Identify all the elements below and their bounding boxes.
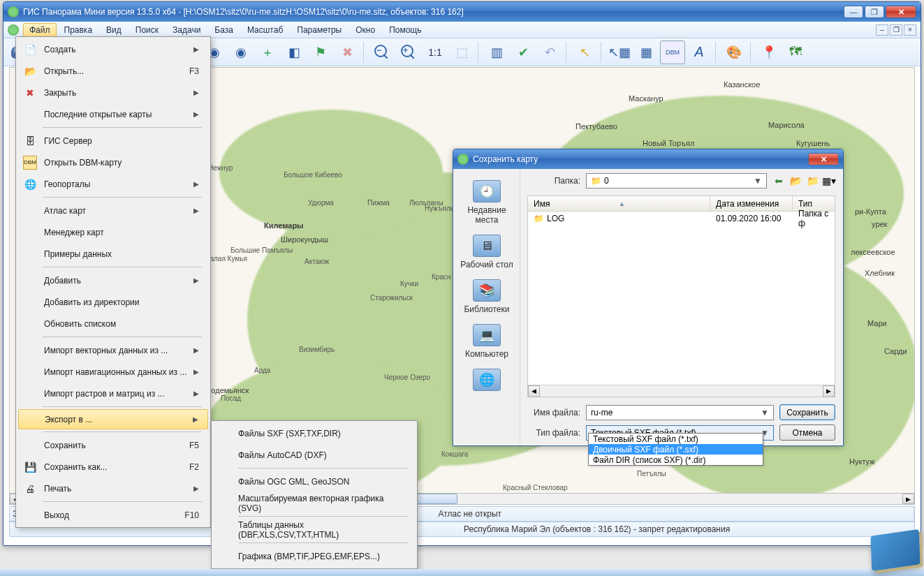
col-date[interactable]: Дата изменения [710, 196, 793, 211]
filetype-option-sxf[interactable]: Двоичный SXF файл (*.sxf) [589, 444, 763, 455]
minimize-button[interactable]: — [844, 6, 863, 18]
select-rect-icon[interactable]: ⬚ [449, 40, 474, 64]
hscroll-right-arrow-icon[interactable]: ▶ [823, 385, 835, 397]
menu-add[interactable]: Добавить▶ [17, 269, 209, 291]
up-folder-icon[interactable]: 📂 [789, 175, 802, 187]
menu-close[interactable]: ✖Закрыть▶ [17, 82, 209, 103]
dbm-small-icon: DBM [23, 156, 37, 170]
place-computer[interactable]: 💻Компьютер [457, 321, 516, 362]
close-button[interactable]: ✕ [886, 6, 916, 18]
save-dialog-close-button[interactable]: ✕ [808, 153, 839, 165]
place-libraries[interactable]: 📚Библиотеки [457, 276, 516, 317]
export-ogc[interactable]: Файлы OGC GML, GeoJSON [213, 471, 416, 492]
menu-options[interactable]: Параметры [291, 23, 348, 37]
view-mode-icon[interactable]: ▦▾ [823, 175, 835, 187]
save-dialog-titlebar[interactable]: Сохранить карту ✕ [453, 149, 843, 169]
map-pin-icon[interactable]: 🗺 [783, 40, 808, 64]
menu-import-raster[interactable]: Импорт растров и матриц из ...▶ [17, 383, 209, 404]
pin-icon[interactable]: 📍 [756, 40, 782, 64]
cursor-icon[interactable]: ↖ [572, 40, 597, 64]
grid-icon[interactable]: ▦ [633, 40, 659, 64]
export-graphics[interactable]: Графика (BMP,TIF,JPEG,EMF,EPS...) [213, 545, 416, 567]
hscroll-left-arrow-icon[interactable]: ◀ [528, 385, 540, 397]
menu-atlas[interactable]: Атлас карт▶ [17, 200, 209, 221]
save-button[interactable]: Сохранить [779, 404, 835, 420]
folder-dropdown[interactable]: 📁0▼ [586, 173, 767, 189]
nav-back-icon[interactable]: ⬅ [772, 175, 785, 187]
point-tool-3-icon[interactable]: ◉ [228, 40, 254, 64]
maximize-button[interactable]: ❐ [865, 6, 884, 18]
menu-recent[interactable]: Последние открытые карты▶ [17, 103, 209, 125]
menu-exit[interactable]: ВыходF10 [17, 504, 209, 526]
menu-tasks[interactable]: Задачи [166, 23, 207, 37]
folder-row-icon: 📁 [534, 214, 544, 223]
menu-create[interactable]: 📄Создать▶ [17, 38, 209, 60]
menu-add-dir[interactable]: Добавить из директории [17, 291, 209, 313]
place-desktop[interactable]: 🖥Рабочий стол [457, 232, 516, 272]
menu-sep [43, 501, 202, 502]
menu-geoportals[interactable]: 🌐Геопорталы▶ [17, 173, 209, 195]
flag-red-icon[interactable]: ✖ [335, 40, 360, 64]
flag-green-icon[interactable]: ⚑ [308, 40, 333, 64]
place-network[interactable]: 🌐 [457, 366, 516, 397]
save-dialog-title: Сохранить карту [473, 154, 538, 164]
menu-import-vector[interactable]: Импорт векторных данных из ...▶ [17, 339, 209, 361]
map-label: урек [872, 220, 887, 228]
plus-tool-icon[interactable]: ＋ [255, 40, 280, 64]
menu-help[interactable]: Помощь [383, 23, 427, 37]
text-a-icon[interactable]: A [687, 40, 712, 64]
zoom-in-button[interactable]: + [396, 40, 421, 64]
export-autocad[interactable]: Файлы AutoCAD (DXF) [213, 444, 416, 466]
menu-gis-server[interactable]: 🗄ГИС Сервер [17, 130, 209, 152]
file-list-hscroll[interactable]: ◀ ▶ [528, 385, 835, 397]
main-titlebar[interactable]: ГИС Панорама Мини версия 13.5.0 x64 - [H… [3, 2, 921, 22]
cursor-panel-icon[interactable]: ↖▦ [607, 40, 632, 64]
mdi-close-button[interactable]: × [904, 24, 916, 36]
file-menu-dropdown: 📄Создать▶ 📂Открыть...F3 ✖Закрыть▶ Послед… [15, 36, 211, 528]
menu-refresh[interactable]: Обновить списком [17, 313, 209, 334]
map-label: Килемары [264, 221, 304, 230]
col-type[interactable]: Тип [793, 196, 835, 211]
export-svg[interactable]: Масштабируемая векторная графика (SVG) [213, 492, 416, 514]
new-folder-icon[interactable]: 📁 [806, 175, 819, 187]
menu-export[interactable]: Экспорт в ...▶ [18, 409, 208, 429]
file-list[interactable]: Имя▲ Дата изменения Тип 📁LOG 01.09.2020 … [527, 195, 835, 397]
menu-file[interactable]: Файл [23, 23, 57, 37]
scroll-right-arrow-icon[interactable]: ▶ [902, 494, 914, 504]
undo-arrow-icon[interactable]: ↶ [537, 40, 562, 64]
menu-save[interactable]: СохранитьF5 [17, 434, 209, 456]
export-tables[interactable]: Таблицы данных (DBF,XLS,CSV,TXT,HTML) [213, 519, 416, 540]
filetype-option-dir[interactable]: Файл DIR (список SXF) (*.dir) [589, 455, 763, 465]
menu-import-nav[interactable]: Импорт навигационных данных из ...▶ [17, 361, 209, 383]
place-recent[interactable]: 🕘Недавние места [457, 177, 516, 228]
palette-icon[interactable]: 🎨 [721, 40, 747, 64]
menu-window[interactable]: Окно [349, 23, 381, 37]
cancel-button[interactable]: Отмена [779, 424, 835, 441]
menu-database[interactable]: База [208, 23, 240, 37]
menu-search[interactable]: Поиск [129, 23, 165, 37]
map-label: Новый Торъял [643, 139, 694, 147]
dbm-icon[interactable]: DBM [660, 40, 685, 64]
new-doc-icon: 📄 [23, 43, 37, 57]
menu-save-as[interactable]: 💾Сохранить как...F2 [17, 456, 209, 478]
check-tool-icon[interactable]: ✔ [511, 40, 536, 64]
menu-scale[interactable]: Масштаб [241, 23, 289, 37]
mdi-restore-button[interactable]: ❐ [890, 24, 902, 36]
menu-edit[interactable]: Правка [58, 23, 99, 37]
filetype-option-txf[interactable]: Текстовый SXF файл (*.txf) [589, 434, 763, 444]
scale-1-1-button[interactable]: 1:1 [423, 40, 448, 64]
window-split-icon[interactable]: ▥ [484, 40, 509, 64]
file-row[interactable]: 📁LOG 01.09.2020 16:00 Папка с ф [528, 212, 835, 226]
mdi-minimize-button[interactable]: – [876, 24, 888, 36]
export-sxf[interactable]: Файлы SXF (SXF,TXF,DIR) [213, 422, 416, 444]
menu-map-manager[interactable]: Менеджер карт [17, 221, 209, 243]
filename-input[interactable]: ru-me▼ [586, 405, 774, 420]
layer-tool-icon[interactable]: ◧ [281, 40, 307, 64]
zoom-out-button[interactable]: − [369, 40, 395, 64]
menu-view[interactable]: Вид [100, 23, 128, 37]
menu-samples[interactable]: Примеры данных [17, 243, 209, 265]
menu-print[interactable]: 🖨Печать▶ [17, 478, 209, 499]
col-name[interactable]: Имя▲ [528, 196, 710, 211]
menu-open[interactable]: 📂Открыть...F3 [17, 60, 209, 82]
menu-open-dbm[interactable]: DBMОткрыть DBM-карту [17, 152, 209, 173]
